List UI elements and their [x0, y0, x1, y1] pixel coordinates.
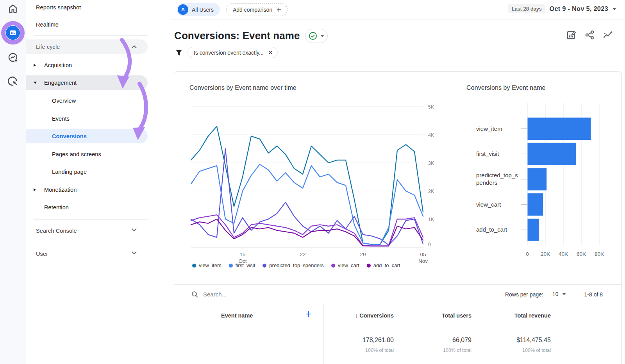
- legend-item-first_visit[interactable]: first_visit: [229, 262, 255, 268]
- line-series-view_item[interactable]: [191, 126, 423, 244]
- report-toolbar: [566, 30, 613, 40]
- bar-label-first_visit: first_visit: [476, 150, 499, 157]
- x-axis-label: 40K: [559, 251, 568, 257]
- table-controls-row: Search... Rows per page: 10 1-8 of 8: [174, 285, 621, 304]
- x-axis-label: 05: [420, 252, 426, 257]
- all-users-label: All Users: [192, 7, 214, 13]
- legend-label: view_item: [199, 262, 221, 268]
- y-axis-label: 3K: [428, 161, 434, 166]
- sidebar-section-search-console[interactable]: Search Console: [26, 223, 148, 238]
- bar-first_visit[interactable]: [528, 143, 576, 165]
- legend-dot: [192, 264, 196, 268]
- plus-icon: [276, 7, 282, 13]
- sidebar-item-label: Pages and screens: [52, 151, 101, 157]
- column-header-total-revenue[interactable]: Total revenue: [484, 312, 551, 319]
- total-revenue-subtext: 100% of total: [484, 348, 551, 353]
- legend-item-view_cart[interactable]: view_cart: [331, 262, 359, 268]
- chevron-down-icon: [562, 293, 566, 295]
- sidebar-item-label: Overview: [52, 98, 76, 104]
- collapse-triangle-icon: [34, 82, 37, 84]
- legend-label: view_cart: [338, 262, 359, 268]
- x-axis-label: 80K: [595, 251, 604, 257]
- sidebar-item-realtime[interactable]: Realtime: [26, 17, 148, 32]
- chevron-down-icon: [612, 8, 616, 10]
- sidebar-item-reports-snapshot[interactable]: Reports snapshot: [26, 0, 148, 14]
- explore-icon[interactable]: [7, 52, 18, 63]
- legend-item-add_to_cart[interactable]: add_to_cart: [367, 262, 400, 268]
- date-range-picker[interactable]: Last 28 days Oct 9 - Nov 5, 2023: [508, 4, 616, 13]
- sidebar-item-landing-page[interactable]: Landing page: [26, 164, 148, 179]
- rows-per-page-value: 10: [552, 291, 559, 297]
- sidebar-section-label: Life cycle: [36, 44, 60, 50]
- sidebar-item-label: Engagement: [44, 80, 77, 86]
- column-header-conversions[interactable]: ↓ Conversions: [327, 312, 394, 319]
- x-axis-label: 0: [526, 251, 529, 257]
- bar-view_cart[interactable]: [528, 193, 543, 216]
- bar-predicted_top_spenders[interactable]: [528, 168, 547, 190]
- column-header-event-name[interactable]: Event name: [221, 312, 253, 319]
- page-title: Conversions: Event name: [174, 30, 300, 42]
- rows-per-page-select[interactable]: 10: [551, 290, 567, 299]
- filter-funnel-icon[interactable]: [175, 48, 183, 57]
- report-sidenav: Reports snapshot Realtime Life cycle Acq…: [26, 0, 172, 364]
- bar-view_item[interactable]: [528, 118, 591, 140]
- sidebar-section-user[interactable]: User: [26, 246, 148, 261]
- conversions-over-time-line-chart[interactable]: 01K2K3K4K5K15Oct222905Nov: [174, 95, 448, 279]
- sidebar-item-label: Retention: [44, 204, 69, 211]
- customize-report-icon[interactable]: [566, 30, 577, 40]
- y-axis-label: 0: [428, 242, 431, 247]
- close-icon[interactable]: [268, 50, 273, 55]
- sidebar-section-label: Search Console: [36, 228, 77, 234]
- expand-triangle-icon: [34, 188, 36, 191]
- sidebar-item-label: Conversions: [52, 133, 87, 139]
- sidebar-item-acquisition[interactable]: Acquisition: [26, 58, 148, 72]
- bar-label-view_item: view_item: [476, 125, 502, 132]
- search-icon: [191, 291, 198, 298]
- sidebar-item-label: Monetization: [44, 187, 77, 193]
- all-users-chip[interactable]: A All Users: [177, 3, 220, 16]
- date-range-label: Oct 9 - Nov 5, 2023: [549, 5, 608, 12]
- line-series-add_to_cart[interactable]: [191, 219, 423, 246]
- column-header-total-users[interactable]: Total users: [405, 312, 471, 319]
- line-series-first_visit[interactable]: [191, 164, 423, 244]
- search-input[interactable]: Search...: [203, 291, 227, 298]
- pagination-controls: Rows per page: 10 1-8 of 8: [505, 285, 603, 304]
- pagination-range: 1-8 of 8: [584, 291, 603, 298]
- sidebar-item-retention[interactable]: Retention: [26, 200, 148, 214]
- advertising-icon[interactable]: [7, 76, 19, 87]
- column-header-label: Total revenue: [514, 312, 551, 320]
- legend-item-view_item[interactable]: view_item: [192, 262, 221, 268]
- home-icon[interactable]: [8, 4, 18, 14]
- x-axis-label: 15: [239, 252, 245, 257]
- line-chart-title: Conversions by Event name over time: [189, 84, 296, 91]
- y-axis-label: 2K: [428, 189, 434, 194]
- segment-avatar: A: [178, 4, 188, 15]
- chart-legend: view_itemfirst_visitpredicted_top_spende…: [192, 262, 400, 268]
- sidebar-item-conversions[interactable]: Conversions: [26, 129, 148, 143]
- insights-icon[interactable]: [603, 30, 613, 40]
- expand-chevron-icon: [132, 250, 137, 255]
- sidebar-item-overview[interactable]: Overview: [26, 93, 148, 108]
- sidebar-item-label: Acquisition: [44, 62, 72, 68]
- conversions-by-event-bar-chart[interactable]: 020K40K60K80Kview_itemfirst_visitpredict…: [463, 98, 618, 262]
- conversion-status-dropdown[interactable]: [305, 29, 328, 43]
- sidebar-item-label: Landing page: [52, 169, 87, 175]
- bar-chart-icon: [9, 29, 17, 37]
- sort-arrow-icon: ↓: [355, 312, 359, 319]
- legend-item-predicted_top_spenders[interactable]: predicted_top_spenders: [262, 262, 324, 268]
- add-dimension-button[interactable]: [305, 310, 312, 318]
- add-comparison-button[interactable]: Add comparison: [226, 3, 288, 16]
- sidebar-item-pages-and-screens[interactable]: Pages and screens: [26, 147, 148, 161]
- sidebar-section-life-cycle[interactable]: Life cycle: [26, 39, 148, 54]
- filter-chip[interactable]: Is conversion event exactly...: [188, 47, 278, 58]
- share-icon[interactable]: [584, 30, 595, 40]
- comparison-bar: A All Users Add comparison Last 28 days …: [172, 0, 625, 20]
- sidebar-item-monetization[interactable]: Monetization: [26, 182, 148, 197]
- nav-divider: [34, 35, 148, 36]
- sidebar-item-events[interactable]: Events: [26, 111, 148, 126]
- reports-nav-icon[interactable]: [6, 26, 20, 40]
- legend-dot: [367, 264, 371, 268]
- legend-dot: [229, 264, 233, 268]
- sidebar-item-engagement[interactable]: Engagement: [26, 75, 148, 90]
- bar-add_to_cart[interactable]: [528, 219, 539, 241]
